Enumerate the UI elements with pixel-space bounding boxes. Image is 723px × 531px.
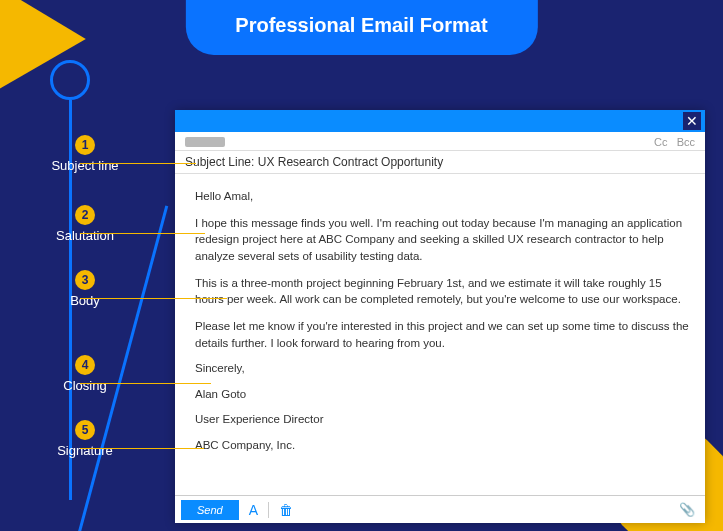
legend-label: Signature [0, 443, 170, 458]
legend-badge: 2 [75, 205, 95, 225]
legend-badge: 1 [75, 135, 95, 155]
salutation-text: Hello Amal, [195, 188, 689, 205]
subject-field[interactable]: Subject Line: UX Research Contract Oppor… [175, 150, 705, 174]
legend-label: Salutation [0, 228, 170, 243]
legend-label: Closing [0, 378, 170, 393]
connector-line [80, 233, 205, 234]
attach-icon[interactable]: 📎 [679, 502, 699, 517]
email-titlebar: ✕ [175, 110, 705, 132]
bg-circle [50, 60, 90, 100]
legend-badge: 3 [75, 270, 95, 290]
connector-line [80, 383, 211, 384]
legend-item-1: 1Subject line [0, 135, 170, 173]
legend-item-2: 2Salutation [0, 205, 170, 243]
legend-label: Body [0, 293, 170, 308]
body-para-2: This is a three-month project beginning … [195, 275, 689, 308]
email-body-area[interactable]: Hello Amal, I hope this message finds yo… [175, 174, 705, 495]
cc-link[interactable]: Cc [654, 136, 667, 148]
legend-label: Subject line [0, 158, 170, 173]
legend-badge: 5 [75, 420, 95, 440]
legend-item-4: 4Closing [0, 355, 170, 393]
connector-line [80, 448, 204, 449]
to-field[interactable] [185, 137, 225, 147]
legend-item-3: 3Body [0, 270, 170, 308]
signature-line-2: Alan Goto [195, 387, 689, 403]
legend-badge: 4 [75, 355, 95, 375]
font-icon[interactable]: A [249, 502, 258, 518]
body-para-1: I hope this message finds you well. I'm … [195, 215, 689, 265]
page-title: Professional Email Format [185, 0, 537, 55]
delete-icon[interactable]: 🗑 [279, 502, 293, 518]
toolbar-divider [268, 502, 269, 518]
send-button[interactable]: Send [181, 500, 239, 520]
bcc-link[interactable]: Bcc [677, 136, 695, 148]
closing-text: Please let me know if you're interested … [195, 318, 689, 351]
legend-item-5: 5Signature [0, 420, 170, 458]
signature-line-4: ABC Company, Inc. [195, 438, 689, 454]
recipient-row: Cc Bcc [175, 132, 705, 150]
signature-line-1: Sincerely, [195, 361, 689, 377]
connector-line [80, 163, 196, 164]
close-icon[interactable]: ✕ [683, 112, 701, 130]
compose-toolbar: Send A 🗑 📎 [175, 495, 705, 523]
connector-line [80, 298, 227, 299]
signature-line-3: User Experience Director [195, 412, 689, 428]
email-window: ✕ Cc Bcc Subject Line: UX Research Contr… [175, 110, 705, 523]
